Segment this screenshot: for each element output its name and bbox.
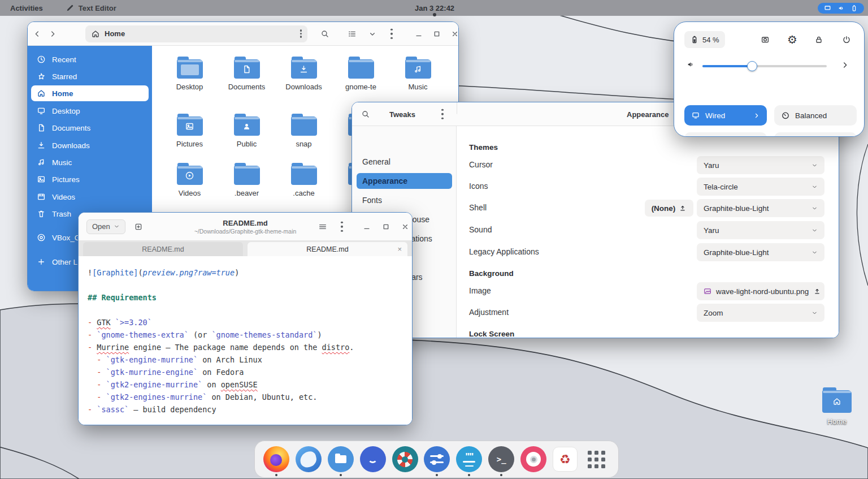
dock-item-media[interactable] xyxy=(520,446,546,472)
dock-item-help[interactable] xyxy=(392,446,418,472)
grid-item-gnome-te[interactable]: gnome-te xyxy=(332,57,389,91)
hamburger-menu-icon[interactable] xyxy=(318,222,327,231)
grid-item-desktop[interactable]: Desktop xyxy=(161,57,218,91)
activities-button[interactable]: Activities xyxy=(10,4,43,12)
editor-line xyxy=(88,279,412,291)
maximize-button[interactable] xyxy=(381,222,390,231)
system-tray[interactable] xyxy=(818,3,864,14)
tweaks-menu-icon[interactable] xyxy=(441,107,444,120)
editor-content[interactable]: ![Graphite](preview.png?raw=true) ## Req… xyxy=(79,256,412,425)
folder-icon xyxy=(291,166,317,185)
dock-item-terminal[interactable]: >_ xyxy=(488,446,514,472)
chevron-down-icon xyxy=(811,249,818,256)
plus-icon xyxy=(37,257,46,266)
path-menu-icon[interactable] xyxy=(300,28,302,39)
window-menu-icon[interactable] xyxy=(390,27,393,40)
sound-dropdown[interactable]: Yaru xyxy=(697,221,824,239)
chevron-down-icon xyxy=(811,205,818,212)
expand-chevron-right-icon[interactable] xyxy=(840,61,849,70)
grid-item-pictures[interactable]: Pictures xyxy=(161,114,218,148)
sidebar-item-home[interactable]: Home xyxy=(31,85,149,101)
grid-item-.beaver[interactable]: .beaver xyxy=(218,163,275,197)
row-label-adjustment: Adjustment xyxy=(469,308,509,317)
volume-slider[interactable] xyxy=(702,65,827,67)
screenshot-icon[interactable] xyxy=(758,33,772,46)
dock-item-app-grid[interactable] xyxy=(584,446,610,472)
view-options-chevron-down-icon[interactable] xyxy=(368,29,377,38)
display-icon xyxy=(824,5,831,12)
desktop-home-shortcut[interactable]: Home xyxy=(818,387,856,426)
dock-item-settings[interactable] xyxy=(424,446,450,472)
editor-menu-icon[interactable] xyxy=(341,220,343,233)
tweaks-item-appearance[interactable]: Appearance xyxy=(357,173,452,189)
clock[interactable]: Jan 3 22:42 xyxy=(415,4,454,12)
forward-button[interactable] xyxy=(48,29,57,38)
dock-item-web-app[interactable] xyxy=(360,446,386,472)
trash-icon xyxy=(37,209,46,218)
grid-item-public[interactable]: Public xyxy=(218,114,275,148)
maximize-button[interactable] xyxy=(432,29,441,38)
battery-icon xyxy=(690,35,699,44)
open-button[interactable]: Open xyxy=(86,219,125,234)
path-bar[interactable]: Home xyxy=(85,25,307,42)
search-icon[interactable] xyxy=(320,29,329,38)
close-button[interactable] xyxy=(450,29,459,38)
list-view-icon[interactable] xyxy=(348,29,357,38)
image-file-chooser[interactable]: wave-light-nord-ubuntu.png xyxy=(697,282,824,300)
volume-knob[interactable] xyxy=(747,61,757,71)
search-icon[interactable] xyxy=(361,110,370,119)
settings-icon[interactable]: ⚙ xyxy=(785,33,799,46)
grid-item-videos[interactable]: Videos xyxy=(161,163,218,197)
lock-icon[interactable] xyxy=(812,33,826,46)
sidebar-item-videos[interactable]: Videos xyxy=(31,189,149,205)
sidebar-item-desktop[interactable]: Desktop xyxy=(31,103,149,119)
minimize-button[interactable] xyxy=(414,29,423,38)
close-tab-icon[interactable]: × xyxy=(397,245,402,253)
legacy-applications-dropdown[interactable]: Graphite-blue-Light xyxy=(697,243,824,261)
sidebar-item-starred[interactable]: Starred xyxy=(31,68,149,84)
dock-item-thunderbird[interactable] xyxy=(296,446,322,472)
tweaks-item-general[interactable]: General xyxy=(357,154,452,170)
sidebar-item-documents[interactable]: Documents xyxy=(31,120,149,136)
battery-indicator[interactable]: 54 % xyxy=(684,31,725,48)
panel-title: Appearance xyxy=(627,110,669,118)
dock-item-firefox[interactable] xyxy=(263,446,289,472)
tweaks-window: Tweaks Appearance GeneralAppearanceFonts… xyxy=(351,102,839,338)
download-icon xyxy=(37,141,46,150)
dock-item-text-editor[interactable]: "" xyxy=(456,446,482,472)
editor-tab-0[interactable]: README.md xyxy=(83,242,243,256)
dock-item-trash[interactable]: ♻ xyxy=(553,447,578,472)
shell-none-button[interactable]: (None) xyxy=(645,200,693,217)
grid-item-downloads[interactable]: Downloads xyxy=(275,57,332,91)
adjustment-dropdown[interactable]: Zoom xyxy=(697,304,824,322)
shell-dropdown[interactable]: Graphite-blue-Light xyxy=(697,199,824,217)
cursor-dropdown[interactable]: Yaru xyxy=(697,156,824,174)
music-icon xyxy=(413,64,423,74)
grid-item-snap[interactable]: snap xyxy=(275,114,332,148)
close-button[interactable] xyxy=(401,222,410,231)
icons-dropdown[interactable]: Tela-circle xyxy=(697,178,824,196)
grid-item-music[interactable]: Music xyxy=(389,57,446,91)
power-icon[interactable] xyxy=(840,33,853,46)
chevron-down-icon xyxy=(811,184,818,190)
editor-tab-1[interactable]: README.md× xyxy=(248,242,407,256)
focused-app-menu[interactable]: Text Editor xyxy=(66,3,116,12)
sidebar-item-downloads[interactable]: Downloads xyxy=(31,137,149,153)
back-button[interactable] xyxy=(33,29,42,38)
editor-line: - GTK `>=3.20` xyxy=(88,316,412,329)
grid-item-documents[interactable]: Documents xyxy=(218,57,275,91)
tile-balanced[interactable]: Balanced xyxy=(774,105,857,126)
sidebar-item-pictures[interactable]: Pictures xyxy=(31,171,149,187)
new-document-icon[interactable] xyxy=(134,222,143,231)
grid-item-.cache[interactable]: .cache xyxy=(275,163,332,197)
sidebar-item-music[interactable]: Music xyxy=(31,154,149,170)
dock-item-files[interactable] xyxy=(328,446,354,472)
tile-wired[interactable]: Wired xyxy=(684,105,767,126)
editor-title: README.md xyxy=(160,219,330,227)
minimize-button[interactable] xyxy=(362,222,371,231)
chevron-right-icon xyxy=(753,112,760,119)
tweaks-item-fonts[interactable]: Fonts xyxy=(357,192,452,208)
sidebar-item-recent[interactable]: Recent xyxy=(31,51,149,67)
tile-dark-mode[interactable]: Dark Mode xyxy=(774,132,857,137)
tile-night-light[interactable]: Night Light xyxy=(684,132,767,137)
